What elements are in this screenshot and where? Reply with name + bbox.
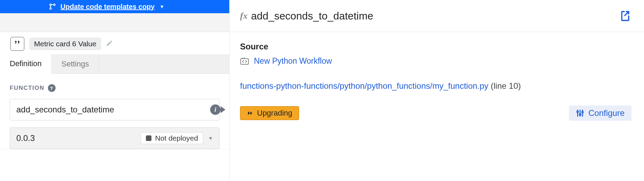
status-square-icon <box>146 135 151 141</box>
code-file-icon <box>240 57 249 65</box>
card-area: Metric card 6 Value Definition Settings … <box>0 32 229 149</box>
detail-body: Source New Python Workflow functions-pyt… <box>230 32 644 181</box>
svg-rect-3 <box>241 58 249 64</box>
version-select[interactable]: 0.0.3 Not deployed ▼ <box>10 127 220 149</box>
branch-label[interactable]: Update code templates copy <box>60 3 155 11</box>
tab-definition[interactable]: Definition <box>0 54 52 74</box>
source-path-link[interactable]: functions-python-functions/python/python… <box>240 81 488 90</box>
svg-point-8 <box>579 114 581 115</box>
function-name-input[interactable]: add_seconds_to_datetime i <box>10 99 220 120</box>
svg-point-2 <box>53 4 55 5</box>
svg-point-9 <box>582 111 583 113</box>
tabs: Definition Settings <box>0 54 229 74</box>
chevron-down-icon[interactable]: ▼ <box>159 4 164 9</box>
source-heading: Source <box>240 42 631 52</box>
workflow-row: New Python Workflow <box>240 56 631 66</box>
detail-pane: fx add_seconds_to_datetime Source <box>229 0 644 181</box>
help-icon[interactable]: ? <box>48 84 56 92</box>
source-line-suffix: (line 10) <box>488 81 521 90</box>
svg-point-7 <box>577 111 578 112</box>
quote-icon <box>14 39 21 49</box>
info-pointer <box>221 106 225 113</box>
function-name-value: add_seconds_to_datetime <box>16 105 114 115</box>
sliders-icon <box>576 109 584 117</box>
upgrade-text: Upgrading <box>257 109 292 118</box>
branch-icon <box>49 3 56 10</box>
configure-label: Configure <box>588 108 625 118</box>
function-label-text: FUNCTION <box>10 85 44 92</box>
fx-icon: fx <box>240 11 248 21</box>
svg-point-1 <box>50 8 51 9</box>
open-file-icon[interactable] <box>619 10 631 22</box>
deploy-status-chip: Not deployed <box>141 132 203 144</box>
version-value: 0.0.3 <box>16 133 35 143</box>
source-path: functions-python-functions/python/python… <box>240 80 631 92</box>
top-bar: Update code templates copy ▼ <box>0 0 229 13</box>
detail-footer: Upgrading Configure <box>240 105 631 121</box>
configure-button[interactable]: Configure <box>569 105 631 121</box>
upgrade-badge: Upgrading <box>240 106 299 120</box>
chevron-down-icon[interactable]: ▼ <box>208 135 213 141</box>
workflow-link[interactable]: New Python Workflow <box>254 56 332 66</box>
edit-pencil-icon[interactable] <box>106 40 113 48</box>
function-section-label: FUNCTION ? <box>10 84 220 92</box>
card-name-chip[interactable]: Metric card 6 Value <box>29 38 101 50</box>
chip-row: Metric card 6 Value <box>0 32 229 54</box>
version-right: Not deployed ▼ <box>141 132 213 144</box>
detail-title: fx add_seconds_to_datetime <box>240 10 373 22</box>
fast-forward-icon <box>247 110 254 116</box>
app-root: Update code templates copy ▼ Metric card… <box>0 0 644 181</box>
tab-settings[interactable]: Settings <box>52 54 99 73</box>
deploy-status-text: Not deployed <box>155 134 198 142</box>
left-pane: Update code templates copy ▼ Metric card… <box>0 0 229 181</box>
quote-icon-button[interactable] <box>10 37 24 51</box>
header-spacer <box>0 13 229 32</box>
function-section: FUNCTION ? add_seconds_to_datetime i 0.0… <box>0 74 229 149</box>
function-detail-name: add_seconds_to_datetime <box>251 10 373 22</box>
tabs-spacer <box>99 54 229 73</box>
info-icon[interactable]: i <box>210 104 221 115</box>
detail-header: fx add_seconds_to_datetime <box>230 0 644 32</box>
